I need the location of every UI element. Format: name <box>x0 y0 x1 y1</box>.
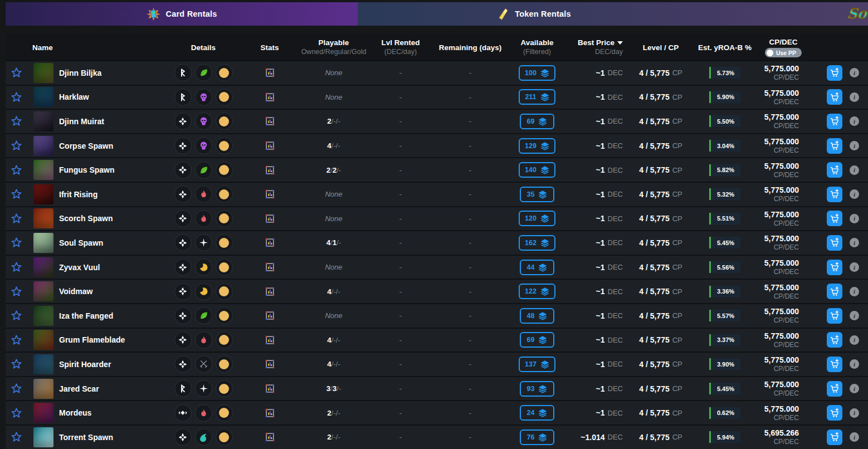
card-name[interactable]: Iza the Fanged <box>59 311 113 320</box>
rent-cart-button[interactable] <box>827 332 842 348</box>
favorite-star-icon[interactable] <box>11 67 23 79</box>
available-button[interactable]: 24 <box>520 405 554 421</box>
stats-chart-icon[interactable] <box>265 92 275 102</box>
rent-cart-button[interactable] <box>827 211 842 226</box>
stats-chart-icon[interactable] <box>265 359 275 369</box>
available-button[interactable]: 35 <box>520 187 554 202</box>
card-thumbnail[interactable] <box>33 379 53 399</box>
favorite-star-icon[interactable] <box>11 115 23 128</box>
card-thumbnail[interactable] <box>33 354 53 374</box>
rent-cart-button[interactable] <box>827 284 842 299</box>
rent-cart-button[interactable] <box>827 405 842 421</box>
info-icon[interactable]: i <box>850 92 859 102</box>
card-name[interactable]: Corpse Spawn <box>59 141 113 150</box>
favorite-star-icon[interactable] <box>11 188 23 201</box>
available-button[interactable]: 100 <box>519 65 555 81</box>
tab-token-rentals[interactable]: Token Rentals <box>358 2 710 26</box>
col-best-price[interactable]: Best Price DEC/day <box>570 38 626 57</box>
card-name[interactable]: Jared Scar <box>59 384 99 393</box>
favorite-star-icon[interactable] <box>11 334 23 346</box>
card-thumbnail[interactable] <box>33 160 53 180</box>
info-icon[interactable]: i <box>850 165 859 175</box>
info-icon[interactable]: i <box>850 287 859 296</box>
tab-card-rentals[interactable]: Card Rentals <box>6 2 358 26</box>
card-thumbnail[interactable] <box>33 281 53 301</box>
favorite-star-icon[interactable] <box>11 212 23 224</box>
card-name[interactable]: Grum Flameblade <box>59 335 125 344</box>
rent-cart-button[interactable] <box>827 187 842 202</box>
available-button[interactable]: 129 <box>519 138 555 154</box>
rent-cart-button[interactable] <box>827 114 842 129</box>
card-thumbnail[interactable] <box>33 306 53 326</box>
info-icon[interactable]: i <box>850 311 859 320</box>
favorite-star-icon[interactable] <box>11 285 23 297</box>
info-icon[interactable]: i <box>850 116 859 126</box>
info-icon[interactable]: i <box>850 141 859 150</box>
rent-cart-button[interactable] <box>827 89 842 105</box>
card-name[interactable]: Spirit Hoarder <box>59 360 111 369</box>
available-button[interactable]: 162 <box>519 235 555 251</box>
card-thumbnail[interactable] <box>33 87 53 107</box>
card-name[interactable]: Torrent Spawn <box>59 433 113 442</box>
rent-cart-button[interactable] <box>827 430 842 445</box>
favorite-star-icon[interactable] <box>11 383 23 395</box>
info-icon[interactable]: i <box>850 189 859 199</box>
stats-chart-icon[interactable] <box>265 68 275 77</box>
card-thumbnail[interactable] <box>33 136 53 156</box>
available-button[interactable]: 44 <box>520 260 554 275</box>
available-button[interactable]: 137 <box>519 357 555 372</box>
card-name[interactable]: Scorch Spawn <box>59 214 113 223</box>
rent-cart-button[interactable] <box>827 65 842 81</box>
card-thumbnail[interactable] <box>33 233 53 253</box>
info-icon[interactable]: i <box>850 432 859 442</box>
info-icon[interactable]: i <box>850 359 859 369</box>
rent-cart-button[interactable] <box>827 138 842 154</box>
card-name[interactable]: Fungus Spawn <box>59 165 115 174</box>
rent-cart-button[interactable] <box>827 357 842 372</box>
info-icon[interactable]: i <box>850 68 859 77</box>
stats-chart-icon[interactable] <box>265 311 275 320</box>
card-thumbnail[interactable] <box>33 427 53 447</box>
stats-chart-icon[interactable] <box>265 189 275 199</box>
rent-cart-button[interactable] <box>827 381 842 397</box>
available-button[interactable]: 93 <box>520 381 554 397</box>
card-name[interactable]: Harklaw <box>59 92 89 101</box>
card-thumbnail[interactable] <box>33 330 53 350</box>
rent-cart-button[interactable] <box>827 308 842 324</box>
card-name[interactable]: Mordeus <box>59 408 91 417</box>
info-icon[interactable]: i <box>850 384 859 393</box>
available-button[interactable]: 122 <box>519 284 555 299</box>
card-thumbnail[interactable] <box>33 63 53 83</box>
card-thumbnail[interactable] <box>33 184 53 204</box>
card-thumbnail[interactable] <box>33 403 53 423</box>
info-icon[interactable]: i <box>850 238 859 247</box>
available-button[interactable]: 76 <box>520 430 554 445</box>
favorite-star-icon[interactable] <box>11 164 23 176</box>
favorite-star-icon[interactable] <box>11 358 23 370</box>
stats-chart-icon[interactable] <box>265 335 275 345</box>
info-icon[interactable]: i <box>850 262 859 272</box>
info-icon[interactable]: i <box>850 335 859 345</box>
favorite-star-icon[interactable] <box>11 310 23 322</box>
card-thumbnail[interactable] <box>33 111 53 131</box>
stats-chart-icon[interactable] <box>265 165 275 175</box>
card-name[interactable]: Ifrit Rising <box>59 190 97 199</box>
favorite-star-icon[interactable] <box>11 407 23 419</box>
stats-chart-icon[interactable] <box>265 384 275 393</box>
stats-chart-icon[interactable] <box>265 287 275 296</box>
card-name[interactable]: Djinn Muirat <box>59 117 104 126</box>
stats-chart-icon[interactable] <box>265 238 275 247</box>
favorite-star-icon[interactable] <box>11 91 23 103</box>
card-thumbnail[interactable] <box>33 208 53 228</box>
stats-chart-icon[interactable] <box>265 408 275 418</box>
stats-chart-icon[interactable] <box>265 116 275 126</box>
available-button[interactable]: 211 <box>519 89 555 105</box>
rent-cart-button[interactable] <box>827 162 842 178</box>
available-button[interactable]: 69 <box>520 114 554 129</box>
favorite-star-icon[interactable] <box>11 237 23 249</box>
available-button[interactable]: 140 <box>519 162 555 178</box>
available-button[interactable]: 48 <box>520 308 554 324</box>
use-pp-toggle[interactable]: Use PP <box>765 48 802 57</box>
favorite-star-icon[interactable] <box>11 261 23 274</box>
card-name[interactable]: Soul Spawn <box>59 238 103 247</box>
